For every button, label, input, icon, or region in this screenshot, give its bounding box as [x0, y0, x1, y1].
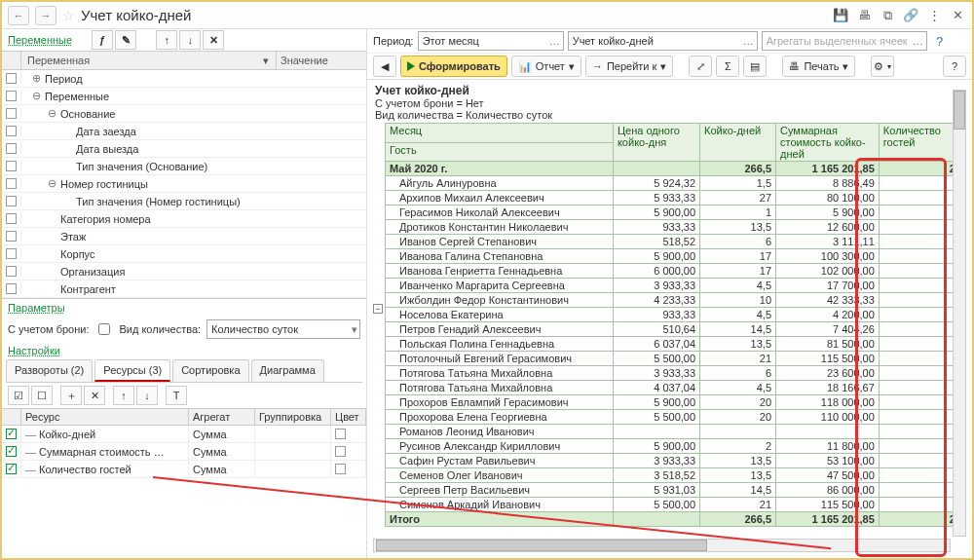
report-grid[interactable]: Месяц Цена одного койко-дня Койко-дней С…: [385, 123, 966, 527]
aggregates-field[interactable]: Агрегаты выделенных ячеек…: [762, 31, 927, 51]
tree-row[interactable]: Корпус: [2, 245, 366, 263]
report-button[interactable]: 📊Отчет▾: [511, 56, 581, 77]
data-row[interactable]: Прохорова Елена Георгиевна5 500,0020110 …: [386, 410, 966, 425]
data-row[interactable]: Польская Полина Геннадьевна6 037,0413,58…: [386, 337, 966, 352]
report-toolbar: ◀ Сформировать 📊Отчет▾ →Перейти к▾ ⤢ Σ ▤…: [367, 53, 972, 80]
tool-expand-button[interactable]: ⤢: [689, 56, 712, 77]
tab-pivots[interactable]: Развороты (2): [6, 359, 93, 382]
tree-row[interactable]: ⊖Переменные: [2, 88, 366, 105]
print-button[interactable]: 🖶Печать▾: [782, 56, 855, 77]
month-row[interactable]: Май 2020 г.266,51 165 201,8524: [386, 162, 966, 176]
settings-link[interactable]: Настройки: [8, 345, 60, 356]
report-title-field[interactable]: Учет койко-дней…: [568, 31, 758, 51]
variables-tree[interactable]: ⊕Период ⊖Переменные ⊖Основание Дата заез…: [2, 70, 366, 298]
data-row[interactable]: Архипов Михаил Алексеевич5 933,332780 10…: [386, 191, 966, 205]
param-withbooking-checkbox[interactable]: [98, 323, 110, 335]
data-row[interactable]: Потягова Татьяна Михайловна3 933,33623 6…: [386, 366, 966, 381]
header-variable: Переменная: [21, 52, 255, 69]
data-row[interactable]: Иванов Сергей Степанович518,5263 111,111: [386, 235, 966, 249]
uncheck-all-button[interactable]: ☐: [31, 386, 53, 405]
data-row[interactable]: Иванченко Маргарита Сергеевна3 933,334,5…: [386, 279, 966, 293]
fx-button[interactable]: ƒ: [92, 30, 113, 50]
tab-resources[interactable]: Ресурсы (3): [94, 359, 170, 382]
data-row[interactable]: Герасимов Николай Алексеевич5 900,0015 9…: [386, 205, 966, 220]
res-up-button[interactable]: ↑: [113, 386, 134, 405]
resource-row[interactable]: — Суммарная стоимость … Сумма: [2, 443, 366, 461]
horizontal-scrollbar[interactable]: [373, 539, 951, 552]
tab-sort[interactable]: Сортировка: [172, 359, 248, 382]
total-row[interactable]: Итого266,51 165 201,8524: [386, 512, 966, 527]
data-row[interactable]: Семенов Олег Иванович3 518,5213,547 500,…: [386, 468, 966, 483]
vertical-scrollbar[interactable]: [953, 90, 966, 537]
goto-button[interactable]: →Перейти к▾: [585, 56, 673, 77]
data-row[interactable]: Сафин Рустам Равильевич3 933,3313,553 10…: [386, 454, 966, 468]
data-row[interactable]: Петров Генадий Алексеевич510,6414,57 404…: [386, 322, 966, 337]
tree-row[interactable]: Тип значения (Основание): [2, 158, 366, 175]
tree-row[interactable]: Организация: [2, 263, 366, 280]
close-icon[interactable]: ✕: [949, 7, 966, 24]
up-button[interactable]: ↑: [156, 30, 177, 50]
save-icon[interactable]: 💾: [832, 7, 849, 24]
param-kind-combo[interactable]: Количество суток ▾: [206, 319, 360, 339]
resource-row[interactable]: — Койко-дней Сумма: [2, 426, 366, 443]
data-row[interactable]: Ижболдин Федор Константинович4 233,33104…: [386, 293, 966, 308]
tool-sigma-button[interactable]: Σ: [716, 56, 739, 77]
copy-icon[interactable]: ⧉: [879, 7, 896, 24]
data-row[interactable]: Симонов Аркадий Иванович5 500,0021115 50…: [386, 498, 966, 512]
tree-row[interactable]: Тип значения (Номер гостиницы): [2, 193, 366, 210]
nav-back-button[interactable]: ←: [8, 6, 29, 25]
link-icon[interactable]: 🔗: [902, 7, 919, 24]
data-row[interactable]: Романов Леонид Иванович1: [386, 425, 966, 439]
tree-row[interactable]: ⊖Номер гостиницы: [2, 175, 366, 193]
filter-icon[interactable]: ▾: [255, 52, 277, 69]
tree-row[interactable]: Этаж: [2, 228, 366, 245]
res-h1: Ресурс: [21, 409, 189, 425]
data-row[interactable]: Русинов Александр Кириллович5 900,00211 …: [386, 439, 966, 454]
delete-button[interactable]: ✕: [203, 30, 224, 50]
tree-row[interactable]: ⊖Основание: [2, 105, 366, 123]
tool-filter-button[interactable]: ▤: [743, 56, 767, 77]
resource-list: — Койко-дней Сумма — Суммарная стоимость…: [2, 426, 366, 478]
chevron-down-icon: ▾: [352, 323, 357, 336]
title-tools: 💾 🖶 ⧉ 🔗 ⋮ ✕: [832, 7, 966, 24]
data-row[interactable]: Иванова Галина Степановна5 900,0017100 3…: [386, 249, 966, 264]
data-row[interactable]: Иванова Генриетта Геннадьевна6 000,00171…: [386, 264, 966, 279]
data-row[interactable]: Потолочный Евгений Герасимович5 500,0021…: [386, 352, 966, 366]
parameters-link[interactable]: Параметры: [8, 302, 65, 314]
tree-row[interactable]: Дата выезда: [2, 140, 366, 158]
nav-fwd-button[interactable]: →: [35, 6, 56, 25]
help-icon[interactable]: ?: [931, 32, 949, 50]
tree-row[interactable]: Категория номера: [2, 210, 366, 228]
app-window: ← → ☆ Учет койко-дней 💾 🖶 ⧉ 🔗 ⋮ ✕ Переме…: [0, 0, 974, 560]
data-row[interactable]: Прохоров Евлампий Герасимович5 900,00201…: [386, 395, 966, 410]
tree-row[interactable]: Контрагент: [2, 280, 366, 298]
period-field[interactable]: Этот месяц…: [418, 31, 564, 51]
tabs: Развороты (2) Ресурсы (3) Сортировка Диа…: [6, 359, 362, 383]
data-row[interactable]: Носелова Екатерина933,334,54 200,001: [386, 308, 966, 322]
res-text-button[interactable]: T: [166, 386, 187, 405]
res-down-button[interactable]: ↓: [136, 386, 158, 405]
edit-button[interactable]: ✎: [115, 30, 136, 50]
data-row[interactable]: Потягова Татьяна Михайловна4 037,044,518…: [386, 381, 966, 395]
window-title: Учет койко-дней: [81, 7, 826, 23]
variables-link[interactable]: Переменные: [8, 34, 72, 46]
remove-resource-button[interactable]: ✕: [84, 386, 105, 405]
tab-chart[interactable]: Диаграмма: [251, 359, 324, 382]
run-button[interactable]: Сформировать: [400, 56, 507, 77]
collapse-month-button[interactable]: −: [373, 304, 383, 314]
add-resource-button[interactable]: ＋: [60, 386, 82, 405]
resource-row[interactable]: — Количество гостей Сумма: [2, 461, 366, 478]
favorite-icon[interactable]: ☆: [62, 8, 75, 23]
print-icon[interactable]: 🖶: [855, 7, 873, 24]
more-icon[interactable]: ⋮: [925, 7, 943, 24]
collapse-panel-button[interactable]: ◀: [373, 56, 396, 77]
down-button[interactable]: ↓: [179, 30, 201, 50]
data-row[interactable]: Дротиков Константин Николаевич933,3313,5…: [386, 220, 966, 235]
tree-row[interactable]: Дата заезда: [2, 123, 366, 140]
check-all-button[interactable]: ☑: [8, 386, 29, 405]
help-button[interactable]: ?: [943, 56, 966, 77]
tree-row[interactable]: ⊕Период: [2, 70, 366, 88]
settings-button[interactable]: ⚙▾: [871, 56, 894, 77]
data-row[interactable]: Сергеев Петр Васильевич5 931,0314,586 00…: [386, 483, 966, 498]
data-row[interactable]: Айгуль Алинуровна5 924,321,58 886,491: [386, 176, 966, 191]
